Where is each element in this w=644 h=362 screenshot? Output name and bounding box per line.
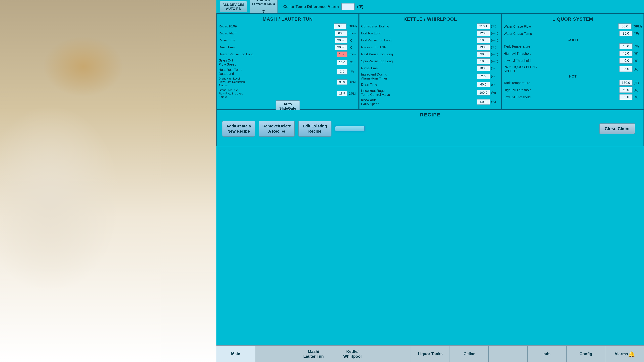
mash-field-recirc-p109: Recirc P109 (GPM): [218, 23, 357, 29]
kettle-field-drain-time: Drain Time (s): [361, 82, 499, 87]
recirc-p109-unit: (GPM): [348, 24, 357, 28]
nav-cellar[interactable]: Cellar: [450, 346, 489, 362]
knowkout-regen-unit: (%): [491, 91, 499, 94]
boil-pause-input[interactable]: [477, 37, 490, 43]
rest-pause-input[interactable]: [477, 51, 490, 57]
cellar-temp-diff-input[interactable]: [341, 3, 355, 10]
hot-high-lvl-input[interactable]: [619, 87, 632, 93]
kettle-whirlpool-title: KETTLE / WHIRLPOOL: [361, 15, 499, 23]
grain-out-input[interactable]: [337, 59, 348, 65]
mash-field-grant-low: Grant Low LevelFlow Rate IncreaseAmount …: [218, 88, 357, 99]
cold-high-lvl-label: High Lvl Threshold: [504, 51, 618, 55]
ingredient-dosing-input[interactable]: [477, 73, 490, 79]
mash-field-grain-out: Grain OutPlow Speed (%): [218, 58, 357, 66]
water-chase-flow-row: Water Chase Flow (GPM): [504, 23, 642, 29]
alarm-bell-icon: 🔔: [628, 351, 635, 357]
recipe-section: RECIPE Add/Create aNew Recipe Remove/Del…: [216, 110, 644, 146]
nav-config[interactable]: Config: [566, 346, 606, 362]
grant-high-label: Grant High LevelFlow Rate ReductionAmoun…: [218, 77, 336, 87]
recipe-active-button[interactable]: [335, 126, 365, 131]
heater-pause-unit: (min): [348, 52, 357, 56]
water-chase-flow-label: Water Chase Flow: [504, 24, 617, 28]
add-create-recipe-button[interactable]: Add/Create aNew Recipe: [222, 121, 255, 137]
nav-main[interactable]: Main: [216, 346, 256, 362]
hot-tank-temp-input[interactable]: [619, 80, 632, 86]
reduced-boil-input[interactable]: [477, 44, 490, 50]
hot-low-lvl-input[interactable]: [619, 94, 632, 100]
kettle-rinse-time-label: Rinse Time: [361, 66, 476, 70]
water-chase-temp-unit: (°F): [634, 32, 642, 35]
nav-alarms-label: Alarms: [614, 352, 628, 356]
water-chase-temp-input[interactable]: [619, 31, 632, 36]
kettle-field-knowkout-regen: Knowkout RegenTemp Control Valve (%): [361, 89, 499, 97]
kettle-rinse-time-unit: (s): [491, 66, 499, 70]
knowkout-regen-label: Knowkout RegenTemp Control Valve: [361, 89, 476, 97]
liquor-system-title: LIQUOR SYSTEM: [504, 15, 642, 23]
cold-tank-temp-input[interactable]: [619, 43, 632, 49]
knowkout-regen-input[interactable]: [477, 90, 490, 95]
recirc-alarm-input[interactable]: [335, 30, 348, 36]
heater-pause-input[interactable]: [337, 51, 348, 57]
nav-kettle-whirlpool[interactable]: Kettle/Whirlpool: [333, 346, 372, 362]
rinse-time-input[interactable]: [335, 37, 348, 43]
all-devices-auto-pb-button[interactable]: ALL DEVICES AUTO PB: [220, 1, 247, 12]
grant-low-input[interactable]: [337, 91, 348, 96]
cold-low-lvl-input[interactable]: [619, 58, 632, 63]
nav-nds[interactable]: nds: [528, 346, 566, 362]
nav-config-label: Config: [580, 352, 592, 356]
reduced-boil-label: Reduced Boil SP: [361, 45, 476, 49]
nav-blank1[interactable]: [256, 346, 294, 362]
reduced-boil-unit: (°F): [491, 45, 499, 49]
drain-time-input[interactable]: [335, 44, 348, 50]
cold-tank-temp-label: Tank Temperature: [504, 44, 618, 48]
recipe-buttons-row: Add/Create aNew Recipe Remove/DeleteA Re…: [217, 119, 644, 138]
nav-kettle-label: Kettle/Whirlpool: [343, 349, 362, 359]
hot-tank-temp-unit: (°F): [634, 81, 642, 85]
nav-mash-lauter-tun[interactable]: Mash/Lauter Tun: [294, 346, 333, 362]
mash-field-grant-high: Grant High LevelFlow Rate ReductionAmoun…: [218, 77, 357, 87]
knowkout-p405-input[interactable]: [477, 99, 490, 105]
cold-p405-blend-input[interactable]: [619, 66, 632, 72]
ui-panel: ALL DEVICES AUTO PB Number of Fermenter …: [216, 0, 644, 362]
hot-title: HOT: [504, 74, 642, 78]
boil-too-long-input[interactable]: [477, 30, 490, 36]
kettle-rinse-time-input[interactable]: [477, 65, 490, 71]
water-chase-flow-input[interactable]: [618, 23, 632, 29]
kettle-field-reduced-boil: Reduced Boil SP (°F): [361, 44, 499, 50]
cold-tank-temp-unit: (°F): [634, 44, 642, 48]
rinse-time-unit: (s): [348, 38, 357, 42]
hot-high-lvl-unit: (%): [634, 88, 642, 92]
kettle-field-spin-pause: Spin Pause Too Long (min): [361, 58, 499, 64]
mash-field-drain-time: Drain Time (s): [218, 44, 357, 50]
spin-pause-input[interactable]: [477, 58, 490, 64]
kettle-field-ingredient-dosing: Ingredient DosingAlarm Horn Timer (s): [361, 72, 499, 80]
nav-liquor-tanks[interactable]: Liquor Tanks: [411, 346, 450, 362]
kettle-whirlpool-panel: KETTLE / WHIRLPOOL Considered Boiling (°…: [359, 13, 502, 110]
fermenter-tanks-label: Number of Fermenter Tanks: [252, 0, 275, 6]
boil-too-long-unit: (min): [491, 31, 499, 35]
cold-high-lvl-input[interactable]: [619, 50, 632, 56]
remove-delete-recipe-button[interactable]: Remove/DeleteA Recipe: [258, 121, 295, 137]
water-chase-temp-label: Water Chase Temp: [504, 32, 618, 36]
considered-boiling-unit: (°F): [491, 24, 499, 28]
kettle-field-rest-pause: Rest Pause Too Long (min): [361, 51, 499, 57]
nav-blank2[interactable]: [372, 346, 411, 362]
considered-boiling-label: Considered Boiling: [361, 24, 476, 28]
edit-existing-recipe-button[interactable]: Edit ExistingRecipe: [298, 121, 332, 137]
boil-pause-label: Boil Pause Too Long: [361, 38, 476, 42]
cold-tank-temp-row: Tank Temperature (°F): [504, 43, 642, 49]
kettle-drain-time-input[interactable]: [477, 82, 490, 87]
nav-blank3[interactable]: [489, 346, 528, 362]
kettle-field-rinse-time: Rinse Time (s): [361, 65, 499, 71]
considered-boiling-input[interactable]: [477, 23, 490, 29]
recirc-p109-input[interactable]: [334, 23, 346, 29]
mash-lauter-tun-panel: MASH / LAUTER TUN Recirc P109 (GPM) Reci…: [216, 13, 359, 110]
grant-high-input[interactable]: [337, 79, 348, 85]
close-client-button[interactable]: Close Client: [599, 123, 635, 134]
nav-alarms[interactable]: Alarms 🔔: [605, 346, 644, 362]
heat-rest-input[interactable]: [337, 69, 348, 74]
mash-field-heat-rest: Heat Rest TempDeadband (°F): [218, 68, 357, 76]
hot-high-lvl-row: High Lvl Threshold (%): [504, 87, 642, 93]
mash-lauter-tun-title: MASH / LAUTER TUN: [218, 15, 357, 23]
top-bar: ALL DEVICES AUTO PB Number of Fermenter …: [216, 0, 644, 13]
